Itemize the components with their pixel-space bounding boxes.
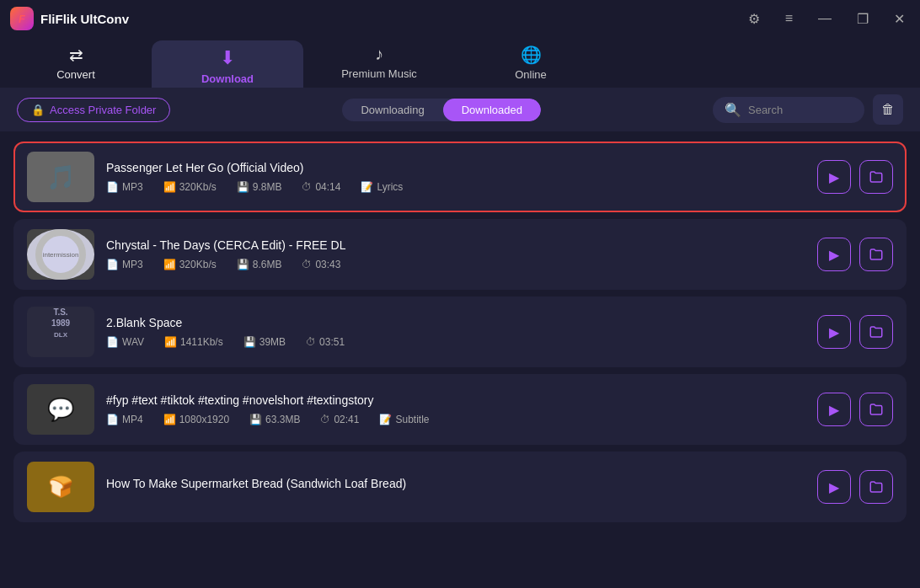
meta-bitrate: 📶1080x1920 (163, 414, 229, 425)
meta-format: 📄WAV (106, 336, 144, 348)
media-item-item4[interactable]: 💬 #fyp #text #tiktok #texting #novelshor… (13, 374, 907, 445)
duration-icon: ⏱ (302, 259, 312, 270)
content-area: 🎵 Passenger Let Her Go (Official Video) … (0, 131, 920, 588)
meta-duration: ⏱04:14 (302, 181, 340, 193)
nav-tabs: ⇄ Convert ⬇ Download ♪ Premium Music 🌐 O… (0, 37, 920, 88)
media-item-item5[interactable]: 🍞 How To Make Supermarket Bread (Sandwic… (13, 452, 907, 522)
media-meta: 📄MP3📶320Kb/s💾8.6MB⏱03:43 (106, 259, 805, 270)
media-info: #fyp #text #tiktok #texting #novelshort … (106, 393, 805, 425)
media-item-item1[interactable]: 🎵 Passenger Let Her Go (Official Video) … (13, 142, 907, 212)
maximize-button[interactable]: ❐ (852, 8, 874, 30)
convert-icon: ⇄ (69, 45, 83, 65)
bitrate-icon: 📶 (163, 414, 176, 425)
play-button[interactable]: ▶ (817, 238, 851, 271)
tab-downloaded[interactable]: Downloaded (443, 99, 541, 121)
meta-size: 💾63.3MB (249, 414, 300, 425)
folder-icon (869, 402, 884, 417)
media-info: Passenger Let Her Go (Official Video) 📄M… (106, 161, 805, 193)
search-box: 🔍 (713, 97, 864, 123)
media-thumbnail: T.S.1989DLX (27, 307, 94, 357)
media-item-item2[interactable]: intermission Chrystal - The Days (CERCA … (13, 219, 907, 290)
meta-format: 📄MP4 (106, 414, 143, 425)
folder-icon (869, 479, 884, 494)
settings-button[interactable]: ⚙ (743, 8, 765, 30)
folder-button[interactable] (859, 393, 893, 426)
media-title: How To Make Supermarket Bread (Sandwich … (106, 477, 805, 490)
play-button[interactable]: ▶ (817, 160, 851, 194)
media-meta: 📄WAV📶1411Kb/s💾39MB⏱03:51 (106, 336, 805, 348)
access-private-label: Access Private Folder (50, 104, 156, 116)
folder-button[interactable] (859, 315, 893, 349)
tab-download[interactable]: ⬇ Download (152, 40, 303, 88)
meta-size: 💾9.8MB (237, 181, 282, 193)
logo-text: F (19, 13, 25, 25)
meta-extra: 📝Lyrics (361, 181, 403, 193)
online-icon: 🌐 (521, 45, 542, 65)
bitrate-icon: 📶 (163, 181, 176, 193)
app-title: FliFlik UltConv (40, 12, 129, 26)
media-actions: ▶ (817, 393, 893, 426)
menu-button[interactable]: ≡ (780, 8, 798, 29)
duration-icon: ⏱ (302, 181, 312, 193)
media-info: How To Make Supermarket Bread (Sandwich … (106, 477, 805, 497)
tab-convert-label: Convert (56, 68, 95, 81)
format-icon: 📄 (106, 181, 119, 193)
media-title: Passenger Let Her Go (Official Video) (106, 161, 805, 174)
media-actions: ▶ (817, 315, 893, 349)
title-bar-right: ⚙ ≡ — ❐ ✕ (743, 8, 910, 30)
media-actions: ▶ (817, 238, 893, 271)
format-icon: 📄 (106, 336, 119, 348)
tab-convert[interactable]: ⇄ Convert (0, 37, 152, 88)
meta-extra: 📝Subtitle (379, 414, 429, 425)
folder-icon (869, 169, 884, 184)
minimize-button[interactable]: — (813, 8, 837, 29)
media-info: Chrystal - The Days (CERCA Edit) - FREE … (106, 238, 805, 270)
media-actions: ▶ (817, 470, 893, 504)
media-info: 2.Blank Space 📄WAV📶1411Kb/s💾39MB⏱03:51 (106, 316, 805, 348)
media-thumbnail: 💬 (27, 384, 94, 435)
format-icon: 📄 (106, 259, 119, 270)
meta-bitrate: 📶1411Kb/s (164, 336, 223, 348)
format-icon: 📄 (106, 414, 119, 425)
size-icon: 💾 (249, 414, 262, 425)
media-title: #fyp #text #tiktok #texting #novelshort … (106, 393, 805, 407)
bitrate-icon: 📶 (163, 259, 176, 270)
meta-duration: ⏱03:51 (306, 336, 345, 348)
search-input[interactable] (748, 104, 858, 116)
folder-button[interactable] (859, 160, 893, 194)
folder-button[interactable] (859, 238, 893, 271)
media-title: 2.Blank Space (106, 316, 805, 329)
tab-online-label: Online (515, 68, 547, 81)
duration-icon: ⏱ (320, 414, 330, 425)
media-meta: 📄MP3📶320Kb/s💾9.8MB⏱04:14📝Lyrics (106, 181, 805, 193)
folder-icon (869, 324, 884, 339)
play-button[interactable]: ▶ (817, 470, 851, 504)
media-thumbnail: 🍞 (27, 462, 94, 512)
meta-duration: ⏱02:41 (320, 414, 359, 425)
media-item-item3[interactable]: T.S.1989DLX 2.Blank Space 📄WAV📶1411Kb/s💾… (13, 297, 907, 367)
toolbar: 🔒 Access Private Folder Downloading Down… (0, 88, 920, 131)
folder-icon (869, 247, 884, 262)
title-bar-left: F FliFlik UltConv (10, 7, 129, 30)
tab-premium-music[interactable]: ♪ Premium Music (303, 37, 455, 88)
size-icon: 💾 (237, 181, 249, 193)
close-button[interactable]: ✕ (889, 8, 910, 30)
meta-size: 💾8.6MB (237, 259, 282, 270)
download-icon: ⬇ (220, 47, 235, 69)
play-button[interactable]: ▶ (817, 315, 851, 349)
delete-button[interactable]: 🗑 (873, 94, 903, 125)
duration-icon: ⏱ (306, 336, 316, 348)
access-private-button[interactable]: 🔒 Access Private Folder (17, 98, 170, 122)
toolbar-right: 🔍 🗑 (713, 94, 903, 125)
download-tabs: Downloading Downloaded (342, 99, 540, 121)
search-icon: 🔍 (725, 102, 741, 118)
play-button[interactable]: ▶ (817, 393, 851, 426)
tab-premium-music-label: Premium Music (341, 67, 417, 80)
tab-downloading[interactable]: Downloading (342, 99, 442, 121)
title-bar: F FliFlik UltConv ⚙ ≡ — ❐ ✕ (0, 0, 920, 37)
folder-button[interactable] (859, 470, 893, 504)
meta-format: 📄MP3 (106, 259, 143, 270)
tab-online[interactable]: 🌐 Online (455, 37, 607, 88)
meta-bitrate: 📶320Kb/s (163, 181, 217, 193)
meta-size: 💾39MB (243, 336, 286, 348)
